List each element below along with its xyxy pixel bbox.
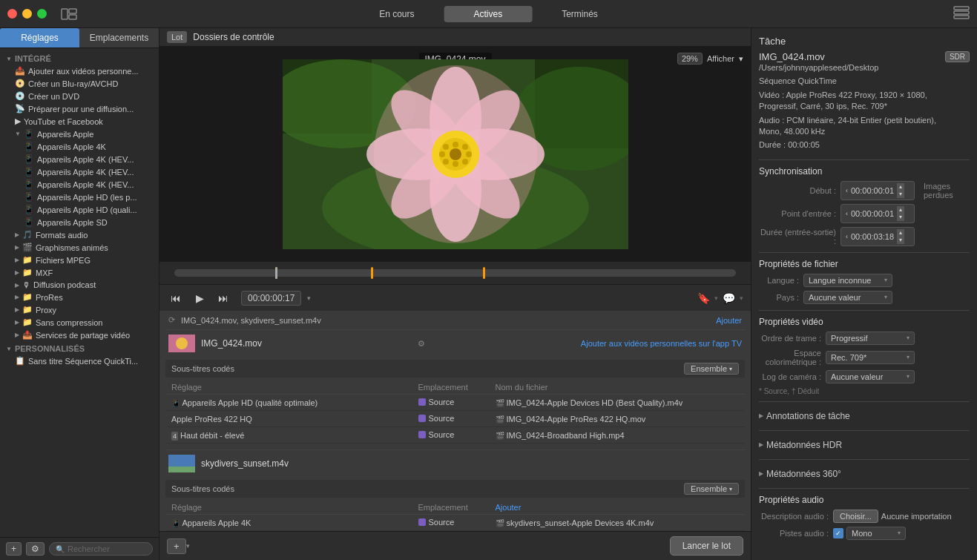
ensemble-button-2[interactable]: Ensemble ▾ (684, 483, 739, 495)
point-entree-stepper[interactable]: ▴ ▾ (897, 206, 904, 221)
add-link-combined[interactable]: Ajouter (716, 316, 742, 325)
settings-icon[interactable]: ⚙ (418, 339, 425, 349)
add-button[interactable]: + (6, 542, 22, 556)
stepper-down2[interactable]: ▾ (897, 214, 904, 221)
stepper-up3[interactable]: ▴ (897, 229, 904, 237)
right-panel: Tâche IMG_0424.mov /Users/johnnyapplesee… (751, 28, 977, 560)
section-personnalises[interactable]: ▼ PERSONNALISÉS (0, 341, 159, 355)
svg-rect-0 (62, 9, 68, 19)
close-button[interactable] (7, 9, 17, 19)
pistes-dropdown[interactable]: Mono ▾ (846, 527, 906, 540)
bookmark-icon[interactable]: 🔖 (697, 292, 710, 304)
sidebar-item-proxy[interactable]: ▶ 📁 Proxy (0, 303, 159, 316)
stepper-up2[interactable]: ▴ (897, 206, 904, 214)
stepper-up[interactable]: ▴ (897, 183, 904, 191)
file-2-add-link[interactable]: Ajouter (496, 503, 522, 512)
sidebar-item-graphismes[interactable]: ▶ 🎬 Graphismes animés (0, 241, 159, 254)
360-section[interactable]: ▶ Métadonnées 360° (759, 466, 970, 482)
pays-dropdown[interactable]: Aucune valeur ▾ (803, 291, 892, 304)
timeline[interactable] (159, 262, 751, 284)
espace-dropdown[interactable]: Rec. 709* ▾ (826, 351, 915, 364)
sidebar-item-mpeg[interactable]: ▶ 📁 Fichiers MPEG (0, 254, 159, 266)
table-row: Apple ProRes 422 HQ Source 🎬 IMG_0424-Ap… (165, 411, 745, 427)
hdr-section[interactable]: ▶ Métadonnées HDR (759, 437, 970, 453)
sidebar-item-dvd[interactable]: 💿 Créer un DVD (0, 90, 159, 102)
ensemble-chevron-2: ▾ (729, 486, 732, 493)
upload-icon: 📤 (15, 66, 25, 76)
sidebar-item-formats-audio[interactable]: ▶ 🎵 Formats audio (0, 228, 159, 241)
ordre-trame-dropdown[interactable]: Progressif ▾ (826, 332, 915, 345)
dropdown-arrow-espace: ▾ (907, 354, 909, 360)
sidebar-item-sans-compression[interactable]: ▶ 📁 Sans compression (0, 316, 159, 329)
stepper-down3[interactable]: ▾ (897, 237, 904, 244)
tab-termines[interactable]: Terminés (532, 6, 628, 22)
settings-button[interactable]: ⚙ (26, 542, 45, 556)
log-camera-label: Log de caméra : (759, 372, 826, 381)
sidebar-item-apple-hd-q[interactable]: 📱 Appareils Apple HD (quali... (0, 203, 159, 216)
maximize-button[interactable] (37, 9, 47, 19)
section-integre[interactable]: ▼ INTÉGRÉ (0, 51, 159, 65)
timeline-marker-3 (483, 267, 485, 279)
tab-en-cours[interactable]: En cours (349, 6, 444, 22)
sidebar-item-sans-titre[interactable]: 📋 Sans titre Séquence QuickTi... (0, 355, 159, 367)
sidebar-item-apple-4k[interactable]: 📱 Appareils Apple 4K (0, 140, 159, 153)
sidebar-item-ajouter-videos[interactable]: 📤 Ajouter aux vidéos personne... (0, 65, 159, 77)
choisir-button[interactable]: Choisir... (833, 510, 878, 523)
add-item-button[interactable]: + (167, 538, 186, 554)
minimize-button[interactable] (22, 9, 32, 19)
speech-bubble-icon[interactable]: 💬 (723, 292, 735, 304)
file-1-add-label[interactable]: Ajouter aux vidéos personnelles sur l'ap… (581, 339, 742, 348)
share-icon: 📤 (22, 330, 33, 340)
langue-row: Langue : Langue inconnue ▾ (759, 274, 970, 287)
stepper-down[interactable]: ▾ (897, 191, 904, 198)
sidebar-item-podcast[interactable]: ▶ 🎙 Diffusion podcast (0, 279, 159, 291)
proxy-icon: 📁 (22, 305, 33, 314)
file-1-thumbnail (168, 335, 195, 352)
debut-time-field[interactable]: ‹ 00:00:00:01 ▴ ▾ (841, 181, 915, 200)
point-entree-field[interactable]: ‹ 00:00:00:01 ▴ ▾ (841, 204, 915, 223)
pistes-checkbox[interactable]: ✓ (833, 528, 843, 538)
sidebar-item-apple-4k-hev1[interactable]: 📱 Appareils Apple 4K (HEV... (0, 153, 159, 165)
sidebar-item-apple-hd-p[interactable]: 📱 Appareils Apple HD (les p... (0, 191, 159, 203)
quicktime-icon: 📋 (15, 356, 25, 366)
langue-dropdown[interactable]: Langue inconnue ▾ (803, 274, 892, 287)
ensemble-button-1[interactable]: Ensemble ▾ (684, 363, 739, 375)
sidebar-item-prores[interactable]: ▶ 📁 ProRes (0, 291, 159, 303)
files-area: ⟳ IMG_0424.mov, skydivers_sunset.m4v Ajo… (159, 311, 751, 531)
description-audio-label: Description audio : (759, 512, 833, 521)
skip-back-button[interactable]: ⏮ (167, 289, 185, 307)
log-camera-dropdown[interactable]: Aucune valeur ▾ (826, 370, 915, 383)
skip-forward-button[interactable]: ⏭ (214, 289, 232, 307)
svg-point-25 (462, 144, 468, 150)
debut-stepper[interactable]: ▴ ▾ (897, 183, 904, 198)
tab-actives[interactable]: Actives (444, 6, 532, 22)
sidebar-item-bluray[interactable]: 📀 Créer un Blu-ray/AVCHD (0, 77, 159, 90)
col-reglage: Réglage (171, 383, 415, 392)
annotations-section[interactable]: ▶ Annotations de tâche (759, 408, 970, 424)
panel-path: /Users/johnnyappleseed/Desktop (759, 62, 941, 73)
sidebar-item-diffusion[interactable]: 📡 Préparer pour une diffusion... (0, 102, 159, 115)
sidebar-item-apple-4k-hev3[interactable]: 📱 Appareils Apple 4K (HEV... (0, 178, 159, 191)
file-info: IMG_0424.mov /Users/johnnyappleseed/Desk… (759, 51, 941, 154)
description-audio-row: Description audio : Choisir... Aucune im… (759, 510, 970, 523)
zoom-level: 29% (677, 53, 703, 65)
row-1-fichier: 🎬 IMG_0424-Apple Devices HD (Best Qualit… (496, 398, 740, 407)
sidebar-tab-reglages[interactable]: Réglages (0, 28, 79, 47)
chevron-left-icon: ‹ (846, 187, 848, 194)
sidebar-tab-emplacements[interactable]: Emplacements (79, 28, 159, 47)
duree-stepper[interactable]: ▴ ▾ (897, 229, 904, 244)
sidebar-item-partage[interactable]: ▶ 📤 Services de partage vidéo (0, 329, 159, 341)
timeline-bar[interactable] (174, 269, 736, 277)
sidebar-item-mxf[interactable]: ▶ 📁 MXF (0, 266, 159, 279)
controls-right: 🔖 ▾ 💬 ▾ (697, 292, 743, 304)
launch-button[interactable]: Lancer le lot (670, 536, 743, 556)
play-button[interactable]: ▶ (191, 289, 208, 307)
sidebar-item-apple-sd[interactable]: 📱 Appareils Apple SD (0, 216, 159, 228)
svg-point-23 (443, 144, 449, 150)
duree-field[interactable]: ‹ 00:00:03:18 ▴ ▾ (841, 227, 915, 246)
triangle-collapsed: ▶ (15, 282, 19, 289)
sidebar-item-youtube[interactable]: ▶ YouTube et Facebook (0, 115, 159, 128)
360-triangle: ▶ (759, 470, 763, 477)
sidebar-item-apple-4k-hev2[interactable]: 📱 Appareils Apple 4K (HEV... (0, 165, 159, 178)
sidebar-item-appareils-apple[interactable]: ▼ 📱 Appareils Apple (0, 128, 159, 140)
